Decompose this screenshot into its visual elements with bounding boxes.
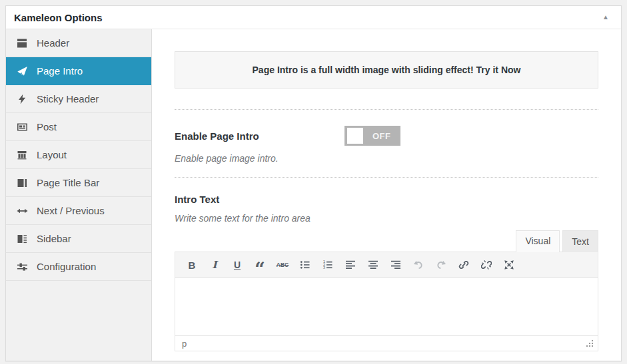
fullscreen-icon <box>504 260 514 270</box>
fullscreen-button[interactable] <box>500 257 518 273</box>
resize-grip-icon[interactable] <box>586 339 594 347</box>
strikethrough-button[interactable]: ABC <box>274 257 291 273</box>
intro-text-editor: Visual Text B I U “ ABC <box>175 230 598 351</box>
tab-text[interactable]: Text <box>562 230 598 252</box>
panel-body: Header Page Intro Sticky Header <box>6 29 621 361</box>
italic-button[interactable]: I <box>206 257 223 273</box>
sidebar-item-label: Layout <box>37 149 67 160</box>
enable-page-intro-field: Enable Page Intro OFF Enable page image … <box>175 126 598 164</box>
align-center-icon <box>368 260 378 270</box>
panel-header: Kameleon Options ▲ <box>6 6 621 29</box>
blockquote-button[interactable]: “ <box>251 257 269 273</box>
insert-link-button[interactable] <box>455 257 472 273</box>
sidebar-item-post[interactable]: Post <box>6 113 151 141</box>
divider <box>175 177 598 178</box>
kameleon-options-panel: Kameleon Options ▲ Header Page Intro <box>5 5 622 361</box>
collapse-toggle-button[interactable]: ▲ <box>598 13 613 22</box>
enable-page-intro-toggle[interactable]: OFF <box>344 126 400 146</box>
sidebar-item-next-previous[interactable]: Next / Previous <box>6 197 151 225</box>
enable-page-intro-description: Enable page image intro. <box>175 153 598 164</box>
header-icon <box>16 38 28 49</box>
intro-text-label: Intro Text <box>175 194 219 205</box>
sidebar-item-page-intro[interactable]: Page Intro <box>6 57 151 85</box>
sidebar-item-sticky-header[interactable]: Sticky Header <box>6 85 151 113</box>
editor-content-area[interactable] <box>175 278 598 335</box>
notice-text: Page Intro is a full width image with sl… <box>253 65 521 75</box>
sidebar-item-label: Post <box>37 121 57 132</box>
align-right-button[interactable] <box>387 257 404 273</box>
numbered-list-button[interactable]: 123 <box>319 257 336 273</box>
sidebar-item-sidebar[interactable]: Sidebar <box>6 225 151 253</box>
align-center-button[interactable] <box>364 257 382 273</box>
sidebar-item-label: Sticky Header <box>37 93 99 104</box>
undo-button[interactable] <box>410 257 427 273</box>
bulleted-list-button[interactable] <box>297 257 314 273</box>
sidebar-icon <box>16 234 28 244</box>
intro-text-description: Write some text for the intro area <box>175 213 598 224</box>
tab-visual[interactable]: Visual <box>516 230 560 252</box>
remove-link-button[interactable] <box>478 257 495 273</box>
redo-button[interactable] <box>432 257 450 273</box>
layout-columns-icon <box>16 150 28 160</box>
enable-page-intro-label: Enable Page Intro <box>175 130 344 142</box>
toggle-knob <box>347 128 363 144</box>
sidebar-item-label: Sidebar <box>37 233 71 244</box>
paper-plane-icon <box>16 66 28 77</box>
editor-toolbar: B I U “ ABC 123 <box>175 252 598 278</box>
bold-button[interactable]: B <box>183 257 201 273</box>
editor-mode-tabs: Visual Text <box>175 230 598 252</box>
admin-page: Kameleon Options ▲ Header Page Intro <box>0 0 627 364</box>
editor-frame: B I U “ ABC 123 <box>175 252 598 351</box>
sidebar-item-configuration[interactable]: Configuration <box>6 253 151 281</box>
notice-banner: Page Intro is a full width image with sl… <box>175 51 598 89</box>
intro-text-field: Intro Text Write some text for the intro… <box>175 194 598 224</box>
toggle-state-label: OFF <box>372 131 391 141</box>
sidebar-item-label: Header <box>37 37 69 49</box>
sidebar-item-label: Next / Previous <box>37 205 105 216</box>
editor-status-bar: p <box>175 335 598 351</box>
align-left-icon <box>345 260 356 270</box>
unlink-icon <box>481 260 492 270</box>
redo-icon <box>436 260 446 270</box>
undo-icon <box>413 260 424 270</box>
editor-element-path: p <box>182 339 187 349</box>
page-title-bar-icon <box>16 178 28 188</box>
bulleted-list-icon <box>300 260 311 270</box>
sidebar-item-layout[interactable]: Layout <box>6 141 151 169</box>
sidebar-item-label: Page Intro <box>37 65 83 77</box>
align-right-icon <box>390 260 401 270</box>
link-icon <box>458 260 469 270</box>
panel-title: Kameleon Options <box>14 12 598 23</box>
sidebar-item-label: Page Title Bar <box>37 177 99 188</box>
post-icon <box>16 122 28 132</box>
sidebar-nav: Header Page Intro Sticky Header <box>6 29 152 361</box>
sidebar-item-header[interactable]: Header <box>6 29 151 57</box>
divider <box>175 109 598 110</box>
collapse-arrow-icon: ▲ <box>602 13 609 21</box>
sidebar-item-page-title-bar[interactable]: Page Title Bar <box>6 169 151 197</box>
svg-text:3: 3 <box>323 266 325 270</box>
align-left-button[interactable] <box>342 257 359 273</box>
main-content: Page Intro is a full width image with sl… <box>152 29 621 361</box>
sliders-icon <box>16 262 28 272</box>
lightning-bolt-icon <box>16 94 28 104</box>
underline-button[interactable]: U <box>229 257 246 273</box>
sidebar-item-label: Configuration <box>37 261 96 272</box>
numbered-list-icon: 123 <box>322 260 333 270</box>
arrows-horizontal-icon <box>16 206 28 216</box>
